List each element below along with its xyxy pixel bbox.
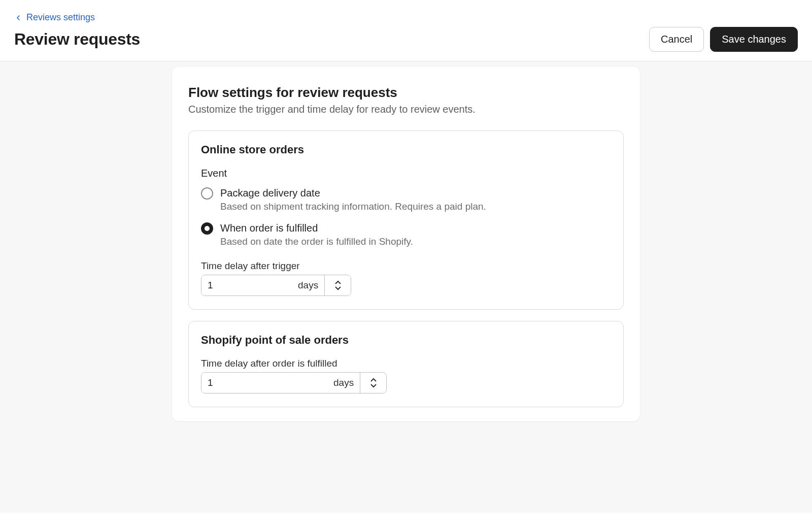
radio-label: When order is fulfilled <box>220 221 413 235</box>
pos-delay-stepper: days <box>201 372 387 394</box>
section-title-online: Online store orders <box>201 143 611 156</box>
event-radio-group: Package delivery date Based on shipment … <box>201 186 611 247</box>
chevron-up-icon <box>334 280 342 285</box>
section-online-orders: Online store orders Event Package delive… <box>188 130 624 310</box>
section-pos-orders: Shopify point of sale orders Time delay … <box>188 321 624 407</box>
content-area: Flow settings for review requests Custom… <box>0 61 812 513</box>
online-delay-stepper: days <box>201 275 351 296</box>
settings-card: Flow settings for review requests Custom… <box>172 67 640 421</box>
radio-package-delivery-date[interactable]: Package delivery date Based on shipment … <box>201 186 611 212</box>
section-title-pos: Shopify point of sale orders <box>201 334 611 347</box>
save-button[interactable]: Save changes <box>710 27 798 52</box>
page-title: Review requests <box>14 30 140 49</box>
card-subtitle: Customize the trigger and time delay for… <box>188 104 624 115</box>
breadcrumb-label: Reviews settings <box>26 12 95 23</box>
card-title: Flow settings for review requests <box>188 85 624 101</box>
radio-label: Package delivery date <box>220 186 486 200</box>
online-delay-unit: days <box>298 275 324 296</box>
radio-icon <box>201 222 213 235</box>
cancel-button[interactable]: Cancel <box>649 27 704 52</box>
pos-delay-stepper-arrows[interactable] <box>360 373 386 393</box>
pos-delay-input[interactable] <box>201 373 333 393</box>
page-actions: Cancel Save changes <box>649 27 798 52</box>
chevron-up-icon <box>370 378 377 383</box>
chevron-down-icon <box>334 285 342 290</box>
chevron-down-icon <box>370 383 377 388</box>
radio-description: Based on shipment tracking information. … <box>220 201 486 212</box>
pos-delay-label: Time delay after order is fulfilled <box>201 358 611 369</box>
online-delay-label: Time delay after trigger <box>201 260 611 272</box>
pos-delay-unit: days <box>333 373 360 393</box>
radio-when-order-fulfilled[interactable]: When order is fulfilled Based on date th… <box>201 221 611 247</box>
event-label: Event <box>201 168 611 179</box>
radio-icon <box>201 187 213 200</box>
breadcrumb[interactable]: Reviews settings <box>14 12 95 23</box>
online-delay-stepper-arrows[interactable] <box>324 275 351 296</box>
online-delay-input[interactable] <box>201 275 298 296</box>
top-bar: Reviews settings Review requests Cancel … <box>0 0 812 61</box>
arrow-left-icon <box>14 14 22 22</box>
radio-description: Based on date the order is fulfilled in … <box>220 236 413 247</box>
